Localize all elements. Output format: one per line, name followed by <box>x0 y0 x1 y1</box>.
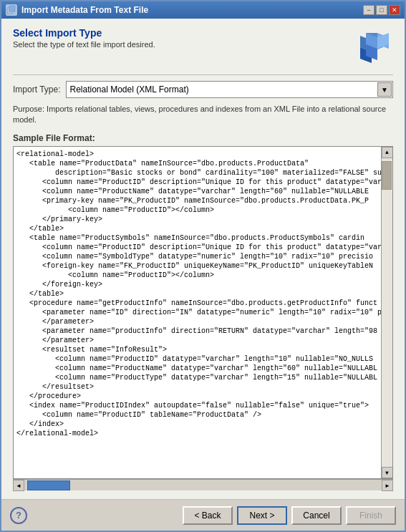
scroll-thumb-v[interactable] <box>382 161 392 190</box>
close-button[interactable]: ✕ <box>389 5 400 15</box>
import-type-select-wrapper[interactable]: Relational Model (XML Format) Dimensiona… <box>66 81 393 98</box>
scroll-left-button[interactable]: ◄ <box>13 480 24 491</box>
import-type-row: Import Type: Relational Model (XML Forma… <box>13 81 393 98</box>
purpose-text: Purpose: Imports relational tables, view… <box>13 104 393 126</box>
title-bar: Import Metadata From Text File − □ ✕ <box>1 1 405 19</box>
header-icon <box>356 27 393 64</box>
back-button[interactable]: < Back <box>183 506 233 525</box>
next-button[interactable]: Next > <box>237 506 287 525</box>
cancel-button[interactable]: Cancel <box>291 506 342 525</box>
import-type-select[interactable]: Relational Model (XML Format) Dimensiona… <box>66 81 393 98</box>
page-title: Select Import Type <box>13 27 155 39</box>
sample-file-content[interactable]: <relational-model> <table name="ProductD… <box>14 147 381 478</box>
minimize-button[interactable]: − <box>363 5 374 15</box>
maximize-button[interactable]: □ <box>376 5 387 15</box>
footer: ? < Back Next > Cancel Finish <box>1 499 405 531</box>
horizontal-scrollbar-container: ◄ ► <box>13 479 393 490</box>
scroll-track-v[interactable] <box>382 158 392 467</box>
sample-file-text: <relational-model> <table name="ProductD… <box>16 150 381 437</box>
horizontal-scrollbar[interactable] <box>24 480 382 490</box>
sample-label: Sample File Format: <box>13 133 393 143</box>
main-window: Import Metadata From Text File − □ ✕ Sel… <box>0 0 406 532</box>
scroll-up-button[interactable]: ▲ <box>382 147 393 158</box>
scroll-right-button[interactable]: ► <box>382 480 393 491</box>
footer-right: < Back Next > Cancel Finish <box>183 506 396 525</box>
sample-file-area: <relational-model> <table name="ProductD… <box>13 146 393 479</box>
scroll-down-button[interactable]: ▼ <box>382 467 393 478</box>
help-button[interactable]: ? <box>10 507 27 524</box>
vertical-scrollbar[interactable]: ▲ ▼ <box>381 147 392 478</box>
window-icon <box>6 4 17 16</box>
header-divider <box>13 74 393 75</box>
scroll-thumb-h[interactable] <box>27 480 70 490</box>
svg-rect-1 <box>9 6 15 11</box>
window-title: Import Metadata From Text File <box>21 5 148 15</box>
header-section: Select Import Type Select the type of te… <box>13 27 393 64</box>
page-subtitle: Select the type of text file import desi… <box>13 40 155 49</box>
footer-left: ? <box>10 507 183 524</box>
finish-button[interactable]: Finish <box>346 506 396 525</box>
cubes-svg <box>356 27 393 64</box>
main-content: Select Import Type Select the type of te… <box>1 19 405 499</box>
import-type-label: Import Type: <box>13 84 60 95</box>
